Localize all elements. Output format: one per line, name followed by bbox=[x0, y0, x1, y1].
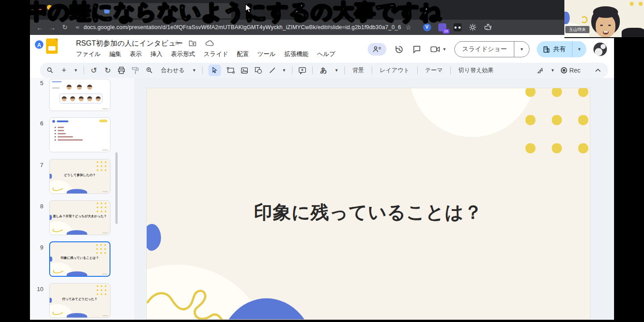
workspace: 5 6 bbox=[30, 78, 614, 320]
building-icon bbox=[543, 46, 550, 53]
slideshow-dropdown-icon[interactable]: ▼ bbox=[514, 47, 529, 52]
slide-thumbnail-9-selected[interactable]: 印象に残っていることは？ bbox=[49, 241, 110, 277]
webcam-video: 玉山理央 bbox=[564, 0, 644, 38]
slide-title-text[interactable]: 印象に残っていることは？ bbox=[147, 200, 590, 225]
share-dropdown-icon[interactable]: ▼ bbox=[572, 47, 586, 52]
rec-button[interactable]: Rec bbox=[561, 67, 580, 74]
shared-screen: ← → ↻ ⋍ docs.google.com/presentation/d/1… bbox=[30, 0, 614, 320]
menu-insert[interactable]: 挿入 bbox=[150, 50, 162, 58]
menu-arrange[interactable]: 配置 bbox=[237, 50, 249, 58]
version-history-icon[interactable] bbox=[394, 44, 404, 55]
document-title[interactable]: RSGT初参加の人にインタビュー bbox=[76, 39, 183, 48]
person-teeth bbox=[604, 31, 608, 33]
meet-camera-icon[interactable]: ▼ bbox=[429, 44, 447, 55]
current-slide[interactable]: 印象に残っていることは？ bbox=[147, 88, 590, 319]
thumb5-label-bar bbox=[52, 87, 59, 89]
menu-file[interactable]: ファイル bbox=[76, 50, 101, 58]
redo-icon[interactable]: ↻ bbox=[104, 64, 112, 76]
person-hair-fringe bbox=[593, 6, 618, 18]
slide-thumbnail-6[interactable] bbox=[49, 117, 110, 152]
collapse-toolbar-icon[interactable] bbox=[594, 64, 602, 76]
presenter-mode-icon[interactable] bbox=[368, 43, 386, 56]
new-slide-dropdown-icon[interactable]: ▼ bbox=[74, 68, 78, 73]
collaborator-avatar: A bbox=[34, 39, 44, 50]
pointer-dropdown-icon[interactable]: ▼ bbox=[551, 68, 555, 73]
person-shoulder bbox=[622, 28, 644, 38]
fit-zoom-dropdown-icon[interactable]: ▼ bbox=[192, 68, 196, 73]
background-button[interactable]: 背景 bbox=[351, 66, 366, 74]
thumb8-title: 楽しみ？不安？どっちが大きかった？ bbox=[51, 214, 108, 219]
webcam-yellow-loop bbox=[580, 16, 588, 23]
fit-zoom-select[interactable]: 合わせる bbox=[159, 66, 186, 74]
slide-number: 7 bbox=[32, 162, 43, 168]
zoom-icon[interactable] bbox=[145, 64, 153, 76]
caption-overlay: 中の蛙にならないようにするの大事ですね bbox=[27, 0, 546, 26]
menu-tools[interactable]: ツール bbox=[258, 50, 276, 58]
yellow-dots-decoration bbox=[525, 88, 590, 154]
menu-bar: ファイル 編集 表示 挿入 表示形式 スライド 配置 ツール 拡張機能 ヘルプ bbox=[76, 50, 335, 58]
person-eye bbox=[600, 25, 603, 26]
mouse-cursor bbox=[245, 4, 252, 13]
move-folder-icon[interactable] bbox=[189, 40, 196, 47]
text-box-icon[interactable] bbox=[227, 64, 235, 76]
thumb5-avatar-row2 bbox=[59, 94, 102, 103]
thumb6-logo bbox=[52, 120, 55, 123]
undo-icon[interactable]: ↺ bbox=[90, 64, 98, 76]
thumb9-title: 印象に残っていることは？ bbox=[52, 256, 108, 260]
menu-slide[interactable]: スライド bbox=[203, 50, 228, 58]
webcam-blue-blob bbox=[564, 12, 570, 24]
search-menus-icon[interactable] bbox=[46, 64, 54, 76]
select-tool-icon[interactable] bbox=[208, 64, 221, 76]
webcam-yellow-dot bbox=[630, 2, 634, 6]
thumb5-avatar-row1 bbox=[67, 85, 92, 90]
text-style-dropdown-icon[interactable]: ▼ bbox=[335, 68, 339, 73]
share-button[interactable]: 共有 ▼ bbox=[537, 41, 586, 57]
participant-name-label: 玉山理央 bbox=[565, 26, 589, 33]
line-dropdown-icon[interactable]: ▼ bbox=[282, 68, 286, 73]
thumb5-title-bar bbox=[52, 81, 62, 82]
account-avatar[interactable] bbox=[593, 43, 607, 56]
theme-button[interactable]: テーマ bbox=[424, 66, 445, 74]
menu-help[interactable]: ヘルプ bbox=[317, 50, 335, 58]
insert-image-icon[interactable] bbox=[241, 64, 249, 76]
menu-view[interactable]: 表示 bbox=[130, 50, 142, 58]
thumb6-title-bar bbox=[57, 120, 68, 122]
transition-button[interactable]: 切り替え効果 bbox=[457, 66, 496, 74]
print-icon[interactable] bbox=[118, 64, 126, 76]
slide-number: 10 bbox=[30, 286, 43, 292]
menu-edit[interactable]: 編集 bbox=[109, 50, 121, 58]
text-style-tool[interactable]: あ bbox=[318, 66, 329, 75]
menu-extensions[interactable]: 拡張機能 bbox=[284, 50, 309, 58]
slides-logo-icon[interactable] bbox=[46, 39, 58, 54]
slide-thumbnail-8[interactable]: 楽しみ？不安？どっちが大きかった？ bbox=[49, 200, 110, 235]
insert-shape-icon[interactable] bbox=[254, 64, 263, 76]
google-slides-app: A RSGT初参加の人にインタビュー ☆ ファイル 編集 表示 挿入 表示形式 … bbox=[30, 35, 614, 320]
slide-number: 6 bbox=[32, 120, 43, 127]
cloud-status-icon[interactable] bbox=[205, 40, 214, 46]
insert-comment-icon[interactable] bbox=[298, 64, 306, 76]
slide-canvas[interactable]: 印象に残っていることは？ bbox=[146, 88, 590, 320]
slide-thumbnail-5[interactable] bbox=[49, 79, 110, 111]
menu-format[interactable]: 表示形式 bbox=[171, 50, 195, 58]
video-frame: ← → ↻ ⋍ docs.google.com/presentation/d/1… bbox=[0, 0, 644, 322]
slide-thumbnail-10[interactable]: 行ってみてどうだった？ bbox=[49, 283, 110, 318]
slide-thumbnail-7[interactable]: どうして参加したの？ bbox=[49, 159, 110, 194]
slide-number: 8 bbox=[32, 203, 43, 210]
thumb6-yellow-pill bbox=[99, 120, 107, 122]
comments-icon[interactable] bbox=[411, 44, 422, 55]
new-slide-button[interactable]: + bbox=[60, 64, 68, 76]
person-eye bbox=[608, 25, 611, 26]
layout-button[interactable]: レイアウト bbox=[378, 66, 411, 74]
filmstrip-scrollbar[interactable] bbox=[115, 152, 118, 224]
star-document-icon[interactable]: ☆ bbox=[174, 39, 180, 47]
paint-format-icon[interactable] bbox=[131, 64, 140, 76]
laser-pointer-icon[interactable] bbox=[536, 64, 544, 76]
webcam-border bbox=[564, 37, 644, 38]
extension-badge: 15 bbox=[443, 29, 449, 34]
slideshow-button[interactable]: スライドショー ▼ bbox=[454, 41, 530, 57]
yellow-squiggle-decoration bbox=[147, 285, 231, 319]
insert-line-icon[interactable] bbox=[268, 64, 276, 76]
blue-blob-left-decoration bbox=[147, 224, 161, 251]
white-circle-decoration bbox=[410, 88, 535, 137]
record-icon bbox=[561, 67, 567, 73]
